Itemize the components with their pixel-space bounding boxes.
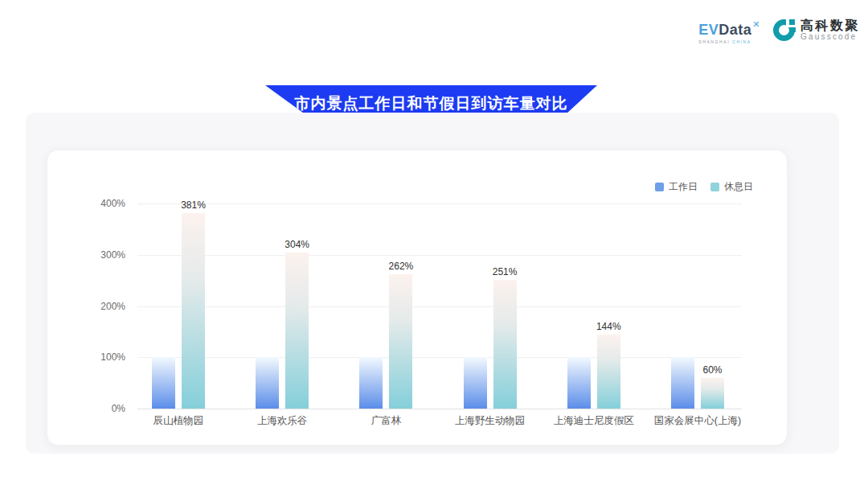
bar-restday-1 (285, 253, 309, 409)
x-axis-line (137, 409, 742, 409)
chart-plot: 0%100%200%300%400%381%辰山植物园304%上海欢乐谷262%… (47, 150, 787, 445)
x-axis-label: 上海欢乐谷 (222, 414, 342, 428)
legend-label-restday: 休息日 (724, 180, 753, 194)
bar-workday-3 (464, 357, 487, 409)
bar-workday-1 (256, 357, 279, 409)
gridline (137, 255, 742, 256)
bar-restday-5 (701, 378, 724, 409)
x-axis-label: 广富林 (326, 414, 446, 428)
legend-item-restday[interactable]: 休息日 (710, 180, 753, 194)
y-axis-tick: 100% (80, 351, 125, 363)
y-axis-tick: 300% (80, 249, 125, 261)
gridline (137, 306, 742, 307)
page-title: 市内景点工作日和节假日到访车量对比 (295, 90, 568, 114)
legend-label-workday: 工作日 (669, 180, 698, 194)
x-axis-label: 上海迪士尼度假区 (534, 414, 654, 428)
chart-card: 0%100%200%300%400%381%辰山植物园304%上海欢乐谷262%… (47, 150, 788, 446)
legend-item-workday[interactable]: 工作日 (655, 180, 698, 194)
page: EVData✕ SHANGHAI CHINA 高科数聚 Gausscode 市内… (0, 0, 868, 489)
bar-workday-2 (359, 357, 383, 409)
evdata-subtext: SHANGHAI CHINA (698, 39, 751, 44)
evdata-x-icon: ✕ (752, 19, 760, 29)
bar-restday-2 (389, 274, 412, 409)
legend-swatch-workday (655, 183, 664, 191)
gridline (137, 357, 742, 358)
bar-restday-3 (493, 280, 517, 409)
chart-legend: 工作日 休息日 (655, 180, 753, 194)
bar-value-label: 144% (584, 321, 633, 332)
y-axis-tick: 200% (80, 301, 125, 312)
bar-value-label: 381% (170, 199, 218, 211)
bar-value-label: 251% (481, 266, 529, 277)
bar-workday-4 (567, 357, 591, 409)
y-axis-tick: 400% (80, 198, 125, 209)
header-logos: EVData✕ SHANGHAI CHINA 高科数聚 Gausscode (698, 16, 860, 44)
evdata-subtext-right: CHINA (732, 39, 751, 44)
x-axis-label: 上海野生动物园 (430, 414, 551, 428)
evdata-subtext-left: SHANGHAI (698, 39, 730, 44)
legend-swatch-restday (710, 183, 719, 191)
bar-workday-0 (152, 357, 175, 409)
gridline (137, 203, 742, 204)
gausscode-en-label: Gausscode (800, 32, 860, 42)
x-axis-label: 辰山植物园 (118, 414, 239, 428)
evdata-ev-text: EV (698, 22, 719, 38)
bar-value-label: 262% (377, 261, 425, 272)
x-axis-label: 国家会展中心(上海) (637, 414, 758, 428)
gausscode-logo: 高科数聚 Gausscode (773, 18, 860, 42)
bar-value-label: 304% (273, 239, 321, 250)
evdata-logo: EVData✕ SHANGHAI CHINA (698, 16, 760, 44)
bar-restday-4 (597, 335, 620, 409)
evdata-data-text: Data (719, 22, 751, 38)
evdata-wordmark: EVData✕ (698, 16, 760, 38)
bar-value-label: 60% (689, 364, 737, 376)
gausscode-cn-label: 高科数聚 (800, 18, 860, 32)
y-axis-tick: 0% (80, 403, 125, 414)
gausscode-g-icon (773, 19, 795, 41)
gausscode-text: 高科数聚 Gausscode (800, 18, 860, 42)
bar-restday-0 (182, 213, 205, 409)
